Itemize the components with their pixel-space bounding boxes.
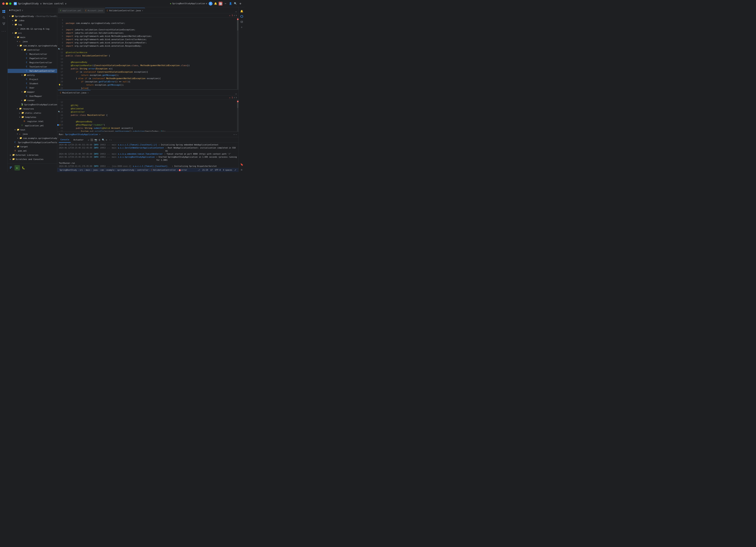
- breadcrumb-controller[interactable]: controller: [137, 169, 148, 171]
- tree-item-java[interactable]: ▼ ☕ java: [8, 39, 57, 44]
- tree-item-idea[interactable]: ▶ 📁 .idea: [8, 18, 57, 23]
- more-tools-icon[interactable]: ···: [1, 29, 6, 34]
- tree-item-pagecontroller[interactable]: C PageController: [8, 56, 57, 60]
- tree-item-package[interactable]: ▼ 📁 com.example.springbootstudy: [8, 44, 57, 48]
- maven-icon[interactable]: m: [239, 25, 244, 29]
- notifications-icon[interactable]: 🔔: [239, 9, 244, 13]
- tree-item-root[interactable]: ▼ 📁 SpringBootStudy ~/Desktop/CS/JavaEE/…: [8, 14, 57, 18]
- structure-icon[interactable]: [8, 165, 14, 170]
- more-icon[interactable]: ⋯: [224, 2, 227, 6]
- tree-item-scratches[interactable]: ▶ 📁 Scratches and Consoles: [8, 157, 57, 161]
- split-icon[interactable]: ⋯: [235, 10, 237, 13]
- close-tab2-icon[interactable]: ×: [88, 92, 89, 94]
- scroll-down-icon[interactable]: ↓: [111, 139, 112, 141]
- tab-account-java[interactable]: C Account.java: [83, 8, 105, 13]
- minimize-button[interactable]: [6, 2, 8, 5]
- tree-item-target[interactable]: ▶ 📁 target: [8, 144, 57, 149]
- chevron-up-icon2[interactable]: ∧: [234, 96, 235, 99]
- snapshot-icon[interactable]: 📷: [94, 139, 97, 141]
- tab-validationcontroller-java[interactable]: C ValidationController.java ×: [105, 8, 145, 13]
- breadcrumb-error-method[interactable]: ⬤ error: [179, 169, 187, 171]
- tree-item-test-package[interactable]: ▼ 📁 com.example.springbootstudy: [8, 136, 57, 140]
- tree-item-user[interactable]: C User: [8, 86, 57, 90]
- breadcrumb-validationcontroller[interactable]: C ValidationController: [151, 169, 176, 171]
- console-tab[interactable]: Console: [59, 137, 71, 143]
- tree-item-student[interactable]: C Student: [8, 81, 57, 86]
- breadcrumb-com[interactable]: com: [100, 169, 104, 171]
- vcs-icon[interactable]: [1, 21, 6, 26]
- settings-icon[interactable]: ⚙: [238, 2, 242, 6]
- tree-item-usermapper[interactable]: C UserMapper: [8, 94, 57, 98]
- tab-application-yml[interactable]: Y application.yml: [58, 8, 83, 13]
- expand-icon[interactable]: ⤢: [234, 169, 236, 171]
- tree-item-application-yml[interactable]: Y application.yml: [8, 123, 57, 128]
- more-icon2[interactable]: ⋯: [235, 92, 237, 95]
- tree-item-apptest[interactable]: C SpringBootStudyApplicationTests: [8, 140, 57, 144]
- close-button[interactable]: [2, 2, 5, 5]
- tree-item-mapper[interactable]: ▼ 📁 mapper: [8, 90, 57, 94]
- tree-item-test-java[interactable]: ▼ ☕ java: [8, 132, 57, 136]
- line-col[interactable]: 21:19: [202, 169, 208, 171]
- tree-item-main[interactable]: ▼ 📁 main: [8, 35, 57, 39]
- run-config-label[interactable]: SpringBootStudyApplication: [65, 133, 98, 136]
- bell-icon[interactable]: 🔔: [214, 2, 217, 6]
- encoding[interactable]: UTF-8: [215, 169, 221, 171]
- vertical-scrollbar-bottom[interactable]: ⬤: [237, 100, 238, 131]
- clear-icon[interactable]: 🗑: [98, 139, 101, 141]
- chevron-down-icon2[interactable]: ∨: [236, 96, 237, 99]
- terminal-icon[interactable]: ⊞: [239, 167, 244, 172]
- close-run-icon[interactable]: ×: [99, 133, 101, 136]
- tree-item-maincontroller[interactable]: C MainController: [8, 52, 57, 56]
- filter-icon[interactable]: 🔍: [102, 139, 105, 141]
- scroll-up-icon[interactable]: ↑: [109, 139, 110, 141]
- breadcrumb-java[interactable]: java: [93, 169, 98, 171]
- tree-item-testcontroller[interactable]: C TestController: [8, 65, 57, 69]
- run-config[interactable]: ▶ SpringBootStudyApplication ∨: [170, 2, 207, 5]
- tree-item-pom[interactable]: X pom.xml: [8, 149, 57, 153]
- line-ending[interactable]: LF: [210, 169, 213, 171]
- vertical-scrollbar-top[interactable]: ⬤: [237, 18, 238, 89]
- stop-icon[interactable]: ⬛: [90, 139, 93, 141]
- debug-icon[interactable]: 🐛: [21, 165, 26, 170]
- project-icon[interactable]: [1, 9, 6, 14]
- indent[interactable]: 4 spaces: [223, 169, 232, 171]
- tree-item-springbootapp[interactable]: 🍃 SpringBootStudyApplication: [8, 102, 57, 107]
- tree-item-register-html[interactable]: H register.html: [8, 119, 57, 123]
- breadcrumb-springbootstudy[interactable]: springbootstudy: [117, 169, 134, 171]
- tree-item-static[interactable]: ▶ 📁 static.static: [8, 111, 57, 115]
- chevron-up-icon[interactable]: ∧: [234, 14, 235, 17]
- run-icon[interactable]: ▶: [15, 165, 20, 170]
- project-header[interactable]: ▼ Project ∨: [8, 7, 57, 13]
- tree-item-entity[interactable]: ▼ 📁 entity: [8, 73, 57, 77]
- find-icon[interactable]: [1, 15, 6, 20]
- actuator-tab[interactable]: Actuator: [72, 137, 85, 143]
- avatar-icon[interactable]: G: [209, 2, 213, 6]
- tree-item-runner[interactable]: ▶ 📁 runner: [8, 98, 57, 102]
- tree-item-src[interactable]: ▼ 📁 src: [8, 31, 57, 35]
- close-tab-icon[interactable]: ×: [142, 10, 143, 12]
- tree-item-controller-folder[interactable]: ▼ 📁 controller: [8, 48, 57, 52]
- maximize-button[interactable]: [9, 2, 11, 5]
- tree-item-templates[interactable]: ▼ 📁 templates: [8, 115, 57, 119]
- breadcrumb-src[interactable]: src: [79, 169, 83, 171]
- restart-icon[interactable]: ↺: [88, 139, 89, 141]
- tree-item-log[interactable]: ▼ 📁 log: [8, 23, 57, 27]
- record-icon[interactable]: ⬤: [219, 2, 222, 6]
- breadcrumb-main[interactable]: main: [86, 169, 90, 171]
- version-control-label[interactable]: ∨ Version control ∨: [40, 2, 66, 5]
- settings2-icon[interactable]: ⚙: [106, 139, 107, 141]
- more-run-icon[interactable]: ⋯: [234, 133, 235, 136]
- breadcrumb-project[interactable]: SpringBootStudy: [60, 169, 77, 171]
- tree-item-test[interactable]: ▼ 📁 test: [8, 128, 57, 132]
- tree-item-external-libraries[interactable]: ▶ 📁 External Libraries: [8, 153, 57, 157]
- person-icon[interactable]: 👤: [229, 2, 232, 6]
- tree-item-logfile[interactable]: ≡ 2024-06-12-spring-0.log: [8, 27, 57, 31]
- tree-item-resources[interactable]: ▼ 📁 resources: [8, 107, 57, 111]
- collapse-run-icon[interactable]: —: [236, 133, 237, 136]
- breadcrumb-example[interactable]: example: [106, 169, 114, 171]
- tab-maincontroller-java[interactable]: C MainController.java ×: [58, 90, 91, 95]
- bookmark-icon[interactable]: 🔖: [239, 162, 244, 167]
- chevron-down-icon[interactable]: ∨: [236, 14, 237, 17]
- plugin-icon[interactable]: [239, 14, 244, 19]
- search-icon[interactable]: 🔍: [234, 2, 237, 6]
